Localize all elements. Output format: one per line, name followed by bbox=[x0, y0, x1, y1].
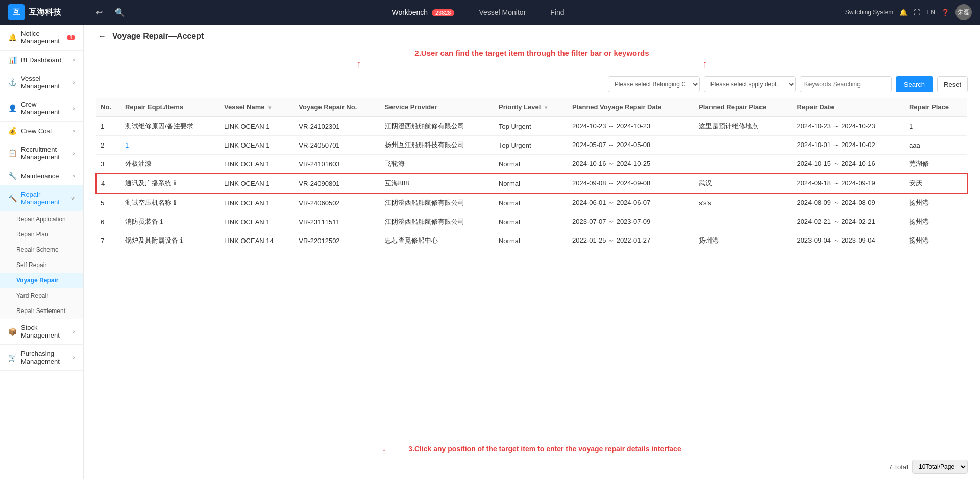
cell-planned-repair-place bbox=[695, 136, 793, 155]
cell-no: 2 bbox=[96, 136, 121, 155]
sidebar-item-crew-mgmt[interactable]: 👤 Crew Management › bbox=[0, 95, 83, 122]
cell-planned-repair-place: 武汉 bbox=[695, 174, 793, 193]
sidebar-item-maintenance[interactable]: 🔧 Maintenance › bbox=[0, 166, 83, 185]
sidebar-label-crew-mgmt: Crew Management bbox=[21, 101, 69, 116]
cell-service-provider: 忠芯查觅修船中心 bbox=[381, 231, 495, 250]
belonging-select[interactable]: Please select Belonging C bbox=[608, 76, 700, 92]
per-page-select[interactable]: 10Total/Page20Total/Page50Total/Page bbox=[912, 460, 968, 474]
recruitment-arrow-icon: › bbox=[73, 150, 75, 156]
cell-planned-repair-place: 扬州港 bbox=[695, 231, 793, 250]
cell-repair-place: 扬州港 bbox=[905, 193, 967, 212]
sidebar-item-purchasing[interactable]: 🛒 Purchasing Management › bbox=[0, 345, 83, 371]
sidebar-label-bi: BI Dashboard bbox=[21, 56, 69, 64]
crew-cost-icon: 💰 bbox=[8, 127, 17, 135]
logo-icon: 互 bbox=[8, 4, 24, 20]
repair-mgmt-icon: 🔨 bbox=[8, 194, 17, 202]
table-row[interactable]: 4通讯及广播系统 ℹLINK OCEAN 1VR-24090801互海888No… bbox=[96, 174, 967, 193]
cell-vessel-name: LINK OCEAN 1 bbox=[220, 193, 295, 212]
cell-repair-place: 扬州港 bbox=[905, 212, 967, 231]
cell-repair-date: 2024-10-15 ～ 2024-10-16 bbox=[793, 155, 905, 174]
notice-icon: 🔔 bbox=[8, 33, 17, 41]
sidebar-item-vessel[interactable]: ⚓ Vessel Management › bbox=[0, 69, 83, 95]
cell-repair-place: 安庆 bbox=[905, 174, 967, 193]
company-name: 互海科技 bbox=[29, 7, 61, 18]
keywords-input[interactable] bbox=[800, 76, 892, 92]
dept-select[interactable]: Please select spply dept. bbox=[704, 76, 796, 92]
cell-planned-voyage-repair-date: 2024-09-08 ～ 2024-09-08 bbox=[568, 174, 695, 193]
sidebar-item-crew-cost[interactable]: 💰 Crew Cost › bbox=[0, 122, 83, 140]
table-row[interactable]: 21LINK OCEAN 1VR-24050701扬州互江船舶科技有限公司Top… bbox=[96, 136, 967, 155]
cell-repair-place: 1 bbox=[905, 116, 967, 136]
cell-vessel-name: LINK OCEAN 1 bbox=[220, 136, 295, 155]
cell-service-provider: 江阴澄西船舶航修有限公司 bbox=[381, 212, 495, 231]
th-no: No. bbox=[96, 98, 121, 116]
maintenance-arrow-icon: › bbox=[73, 173, 75, 179]
sidebar-item-recruitment[interactable]: 📋 Recruitment Management › bbox=[0, 140, 83, 166]
avatar[interactable]: 朱磊 bbox=[955, 4, 972, 20]
cell-planned-repair-place bbox=[695, 212, 793, 231]
cell-repair-date: 2024-02-21 ～ 2024-02-21 bbox=[793, 212, 905, 231]
table-footer: 7 Total 10Total/Page20Total/Page50Total/… bbox=[84, 454, 980, 479]
recruitment-icon: 📋 bbox=[8, 149, 17, 157]
cell-vessel-name: LINK OCEAN 1 bbox=[220, 174, 295, 193]
priority-sort-icon: ▾ bbox=[545, 105, 547, 110]
table-row[interactable]: 1测试维修原因/备注要求LINK OCEAN 1VR-24102301江阴澄西船… bbox=[96, 116, 967, 136]
table-row[interactable]: 6消防员装备 ℹLINK OCEAN 1VR-23111511江阴澄西船舶航修有… bbox=[96, 212, 967, 231]
sidebar-item-repair-settlement[interactable]: Repair Settlement bbox=[0, 303, 83, 319]
search-button[interactable]: Search bbox=[896, 76, 933, 92]
nav-icons: ↩ 🔍 bbox=[94, 6, 127, 19]
cell-planned-voyage-repair-date: 2024-05-07 ～ 2024-05-08 bbox=[568, 136, 695, 155]
cell-repair-items: 测试维修原因/备注要求 bbox=[121, 116, 220, 136]
sidebar-label-vessel: Vessel Management bbox=[21, 75, 69, 90]
crew-mgmt-icon: 👤 bbox=[8, 104, 17, 112]
language-btn[interactable]: EN bbox=[926, 9, 935, 16]
sidebar-item-bi[interactable]: 📊 BI Dashboard › bbox=[0, 51, 83, 69]
find-nav[interactable]: Find bbox=[546, 6, 568, 18]
switching-system-btn[interactable]: Switching System bbox=[845, 9, 894, 16]
table-row[interactable]: 5测试空压机名称 ℹLINK OCEAN 1VR-24060502江阴澄西船舶航… bbox=[96, 193, 967, 212]
back-button[interactable]: ← bbox=[96, 31, 108, 42]
sidebar-item-voyage-repair[interactable]: Voyage Repair bbox=[0, 273, 83, 288]
sidebar-item-stock[interactable]: 📦 Stock Management › bbox=[0, 319, 83, 345]
workbench-nav[interactable]: Workbench 23828 bbox=[387, 6, 458, 18]
sidebar-item-self-repair[interactable]: Self Repair bbox=[0, 257, 83, 273]
reset-button[interactable]: Reset bbox=[937, 76, 968, 92]
cell-priority-level: Top Urgent bbox=[495, 116, 568, 136]
vessel-monitor-nav[interactable]: Vessel Monitor bbox=[475, 6, 530, 18]
cell-planned-repair-place: s's's bbox=[695, 193, 793, 212]
purchasing-arrow-icon: › bbox=[73, 354, 75, 361]
cell-no: 3 bbox=[96, 155, 121, 174]
annotation-arrows: ↑ ↑ bbox=[186, 57, 878, 71]
table-row[interactable]: 7锅炉及其附属设备 ℹLINK OCEAN 14VR-22012502忠芯查觅修… bbox=[96, 231, 967, 250]
cell-repair-date: 2024-09-18 ～ 2024-09-19 bbox=[793, 174, 905, 193]
th-priority-level[interactable]: Priority Level ▾ bbox=[495, 98, 568, 116]
sidebar-item-repair-scheme[interactable]: Repair Scheme bbox=[0, 242, 83, 257]
stock-icon: 📦 bbox=[8, 327, 17, 336]
cell-vessel-name: LINK OCEAN 1 bbox=[220, 155, 295, 174]
notice-badge: 8 bbox=[67, 35, 75, 40]
th-planned-repair-place: Planned Repair Place bbox=[695, 98, 793, 116]
help-icon[interactable]: ❓ bbox=[941, 9, 949, 16]
table-row[interactable]: 3外板油漆LINK OCEAN 1VR-24101603飞轮海Normal202… bbox=[96, 155, 967, 174]
cell-priority-level: Normal bbox=[495, 174, 568, 193]
stock-arrow-icon: › bbox=[73, 328, 75, 334]
content-area: ← Voyage Repair—Accept 2.User can find t… bbox=[84, 25, 980, 479]
search-nav-icon[interactable]: 🔍 bbox=[113, 6, 127, 19]
back-nav-icon[interactable]: ↩ bbox=[94, 6, 105, 19]
sidebar-item-yard-repair[interactable]: Yard Repair bbox=[0, 288, 83, 303]
top-navigation: 互 互海科技 ↩ 🔍 Workbench 23828 Vessel Monito… bbox=[0, 0, 980, 25]
sidebar-item-repair-application[interactable]: Repair Application bbox=[0, 211, 83, 227]
sidebar-item-repair-mgmt[interactable]: 🔨 Repair Management ∨ bbox=[0, 185, 83, 211]
th-service-provider: Service Provider bbox=[381, 98, 495, 116]
sidebar-item-notice[interactable]: 🔔 NoticeManagement 8 bbox=[0, 25, 83, 51]
repair-item-link[interactable]: 1 bbox=[125, 141, 129, 149]
th-repair-place: Repair Place bbox=[905, 98, 967, 116]
th-vessel-name[interactable]: Vessel Name ▾ bbox=[220, 98, 295, 116]
cell-priority-level: Normal bbox=[495, 193, 568, 212]
sidebar-item-repair-plan[interactable]: Repair Plan bbox=[0, 227, 83, 242]
fullscreen-icon[interactable]: ⛶ bbox=[914, 9, 920, 16]
cell-planned-voyage-repair-date: 2024-10-23 ～ 2024-10-23 bbox=[568, 116, 695, 136]
purchasing-icon: 🛒 bbox=[8, 353, 17, 362]
cell-repair-date: 2023-09-04 ～ 2023-09-04 bbox=[793, 231, 905, 250]
notification-icon[interactable]: 🔔 bbox=[899, 9, 908, 16]
